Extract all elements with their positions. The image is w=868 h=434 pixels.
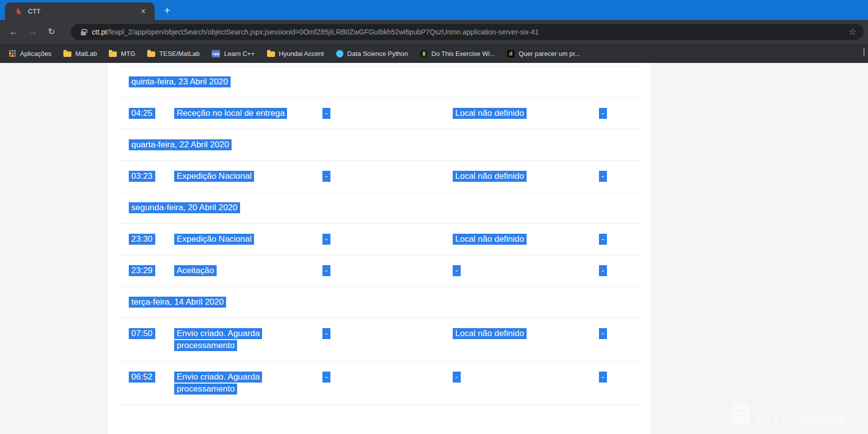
forward-button[interactable]: → bbox=[25, 25, 40, 40]
tracking-event-row: 03:23 Expedição Nacional - Local não def… bbox=[119, 161, 640, 192]
event-status-cell: Expedição Nacional bbox=[174, 170, 299, 182]
event-extra-cell: - bbox=[599, 233, 640, 245]
date-header-row: segunda-feira, 20 Abril 2020 bbox=[119, 192, 640, 224]
bookmark-label: Quer parecer um pr... bbox=[519, 50, 580, 57]
tracking-event-row: 04:25 Receção no local de entrega - Loca… bbox=[119, 98, 640, 129]
date-header-text: quarta-feira, 22 Abril 2020 bbox=[129, 139, 232, 150]
event-info: - bbox=[322, 234, 330, 245]
bookmark-label: Do This Exercise Wi... bbox=[431, 50, 495, 57]
url-domain: ctt.pt bbox=[92, 28, 107, 36]
scrolled-row-remnant bbox=[119, 63, 640, 66]
bookmark-item[interactable]: TESE/MatLab bbox=[147, 50, 200, 57]
tracking-event-row: 06:52 Envio criado. Aguarda processament… bbox=[119, 362, 640, 405]
event-status-cell: Expedição Nacional bbox=[174, 233, 299, 245]
event-status-cell: Receção no local de entrega bbox=[174, 107, 299, 119]
complaintsboard-logo-icon bbox=[733, 404, 749, 425]
event-extra-cell: - bbox=[599, 328, 640, 340]
tracking-card: quinta-feira, 23 Abril 2020 04:25 Receçã… bbox=[108, 63, 651, 434]
event-info: - bbox=[322, 108, 330, 119]
tracking-event-row: 07:50 Envio criado. Aguarda processament… bbox=[119, 318, 640, 362]
event-time: 03:23 bbox=[129, 171, 155, 182]
event-info: - bbox=[322, 328, 330, 339]
tab-ctt[interactable]: ♞ CTT × bbox=[5, 2, 155, 20]
date-header-row: quinta-feira, 23 Abril 2020 bbox=[119, 66, 640, 98]
event-location-cell: - bbox=[453, 371, 599, 383]
event-time-cell: 23:29 bbox=[129, 265, 174, 277]
event-location: Local não definido bbox=[453, 234, 527, 245]
bookmark-item[interactable]: Learn C++ bbox=[212, 50, 255, 57]
bookmark-label: Hyundai Accent bbox=[279, 50, 324, 57]
date-header-text: segunda-feira, 20 Abril 2020 bbox=[129, 202, 240, 213]
d-square-icon bbox=[507, 50, 515, 57]
new-tab-button[interactable]: + bbox=[160, 4, 175, 18]
lock-icon[interactable] bbox=[81, 31, 86, 35]
apps-icon bbox=[9, 50, 16, 57]
bookmark-item[interactable]: MTG bbox=[109, 50, 135, 57]
url-text: ctt.pt/feapl_2/app/open/objectSearch/obj… bbox=[92, 28, 844, 36]
event-time-cell: 03:23 bbox=[129, 170, 174, 182]
event-location-cell: Local não definido bbox=[453, 170, 599, 182]
event-time: 04:25 bbox=[129, 108, 155, 119]
shield-icon bbox=[336, 50, 343, 57]
event-status: Envio criado. Aguarda processamento bbox=[174, 372, 262, 395]
event-status: Aceitação bbox=[174, 265, 217, 276]
watermark-text: COMPLAINTS BOARD bbox=[755, 404, 846, 425]
event-time-cell: 07:50 bbox=[129, 328, 174, 340]
tracking-event-row: 23:29 Aceitação - - - bbox=[119, 255, 640, 287]
back-button[interactable]: ← bbox=[6, 25, 21, 40]
bookmark-item[interactable]: Data Science Python bbox=[336, 50, 408, 57]
folder-icon bbox=[63, 51, 71, 57]
event-extra-cell: - bbox=[599, 265, 640, 277]
bookmarks-overflow-indicator bbox=[864, 48, 865, 56]
event-status-cell: Aceitação bbox=[174, 265, 299, 277]
bookmark-item[interactable]: Aplicações bbox=[9, 50, 51, 57]
bookmark-label: TESE/MatLab bbox=[159, 50, 200, 57]
event-info-cell: - bbox=[322, 233, 453, 245]
bookmark-item[interactable]: Hyundai Accent bbox=[267, 50, 324, 57]
event-location: - bbox=[453, 265, 461, 276]
event-extra-cell: - bbox=[599, 371, 640, 383]
event-time: 06:52 bbox=[129, 372, 155, 383]
event-location-cell: Local não definido bbox=[453, 233, 599, 245]
event-location: - bbox=[453, 372, 461, 383]
bookmark-item[interactable]: MatLab bbox=[63, 50, 97, 57]
event-extra: - bbox=[599, 108, 607, 119]
dark-circle-icon bbox=[420, 50, 427, 57]
bookmark-label: MTG bbox=[121, 50, 135, 57]
event-location: Local não definido bbox=[453, 171, 527, 182]
event-info-cell: - bbox=[322, 107, 453, 119]
bookmark-item[interactable]: Quer parecer um pr... bbox=[507, 50, 580, 57]
event-info-cell: - bbox=[322, 265, 453, 277]
tab-close-icon[interactable]: × bbox=[138, 6, 149, 17]
bookmark-item[interactable]: Do This Exercise Wi... bbox=[420, 50, 495, 57]
event-extra-cell: - bbox=[599, 170, 640, 182]
event-status-cell: Envio criado. Aguarda processamento bbox=[174, 328, 299, 352]
address-bar[interactable]: ctt.pt/feapl_2/app/open/objectSearch/obj… bbox=[71, 24, 864, 40]
bookmarks-bar: Aplicações MatLab MTG TESE/MatLab Learn … bbox=[0, 44, 868, 63]
bookmark-label: Aplicações bbox=[20, 50, 51, 57]
event-info-cell: - bbox=[322, 328, 453, 340]
browser-window: ♞ CTT × + ← → ↻ ctt.pt/feapl_2/app/open/… bbox=[0, 0, 868, 434]
watermark-block bbox=[802, 416, 846, 424]
tracking-event-row: 23:30 Expedição Nacional - Local não def… bbox=[119, 224, 640, 255]
url-path: /feapl_2/app/open/objectSearch/objectSea… bbox=[107, 28, 539, 36]
event-extra-cell: - bbox=[599, 107, 640, 119]
reload-button[interactable]: ↻ bbox=[44, 25, 59, 40]
event-status: Envio criado. Aguarda processamento bbox=[174, 328, 262, 351]
event-extra: - bbox=[599, 372, 607, 383]
date-header-row: quarta-feira, 22 Abril 2020 bbox=[119, 129, 640, 161]
event-extra: - bbox=[599, 265, 607, 276]
folder-icon bbox=[147, 51, 155, 57]
event-time: 23:30 bbox=[129, 234, 155, 245]
date-header-text: quinta-feira, 23 Abril 2020 bbox=[129, 76, 231, 87]
ctt-favicon-icon: ♞ bbox=[14, 7, 23, 16]
bookmark-star-icon[interactable]: ☆ bbox=[849, 26, 857, 37]
event-status: Expedição Nacional bbox=[174, 234, 254, 245]
event-location-cell: Local não definido bbox=[453, 107, 599, 119]
folder-icon bbox=[267, 51, 275, 57]
event-time-cell: 06:52 bbox=[129, 371, 174, 383]
tab-title: CTT bbox=[28, 7, 138, 15]
cpp-icon bbox=[212, 50, 220, 57]
date-header-row: terça-feira, 14 Abril 2020 bbox=[119, 287, 640, 318]
bookmarks-items: Aplicações MatLab MTG TESE/MatLab Learn … bbox=[9, 50, 580, 57]
